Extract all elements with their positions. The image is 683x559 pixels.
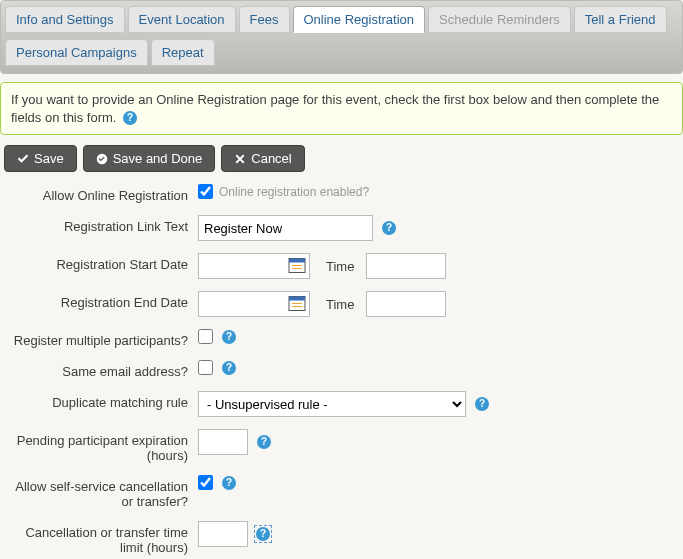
cancel-time-limit-input[interactable] bbox=[198, 521, 248, 547]
help-icon[interactable]: ? bbox=[123, 111, 137, 125]
save-and-done-button-label: Save and Done bbox=[113, 151, 203, 166]
action-buttons-top: Save Save and Done Cancel bbox=[4, 145, 683, 172]
allow-online-hint: Online registration enabled? bbox=[219, 185, 369, 199]
duplicate-rule-select[interactable]: - Unsupervised rule - bbox=[198, 391, 466, 417]
help-icon[interactable]: ? bbox=[222, 330, 236, 344]
help-icon[interactable]: ? bbox=[257, 435, 271, 449]
label-allow-online: Allow Online Registration bbox=[8, 184, 198, 203]
label-same-email: Same email address? bbox=[8, 360, 198, 379]
info-banner: If you want to provide an Online Registr… bbox=[0, 82, 683, 135]
tab-info-and-settings[interactable]: Info and Settings bbox=[5, 6, 125, 33]
save-button[interactable]: Save bbox=[4, 145, 77, 172]
help-icon[interactable]: ? bbox=[382, 221, 396, 235]
pending-expiration-input[interactable] bbox=[198, 429, 248, 455]
check-icon bbox=[17, 153, 29, 165]
cancel-button-label: Cancel bbox=[251, 151, 291, 166]
self-service-checkbox[interactable] bbox=[198, 475, 213, 490]
help-icon[interactable]: ? bbox=[222, 361, 236, 375]
label-dup-rule: Duplicate matching rule bbox=[8, 391, 198, 410]
svg-rect-6 bbox=[289, 297, 305, 301]
label-pending-exp: Pending participant expiration (hours) bbox=[8, 429, 198, 463]
same-email-checkbox[interactable] bbox=[198, 360, 213, 375]
help-icon-focused[interactable]: ? bbox=[254, 525, 272, 543]
registration-start-time-input[interactable] bbox=[366, 253, 446, 279]
calendar-icon[interactable] bbox=[288, 294, 306, 315]
help-icon[interactable]: ? bbox=[475, 397, 489, 411]
label-time-end: Time bbox=[326, 297, 354, 312]
tab-fees[interactable]: Fees bbox=[239, 6, 290, 33]
tab-online-registration[interactable]: Online Registration bbox=[293, 6, 426, 33]
label-multi: Register multiple participants? bbox=[8, 329, 198, 348]
help-icon[interactable]: ? bbox=[222, 476, 236, 490]
tab-personal-campaigns[interactable]: Personal Campaigns bbox=[5, 39, 148, 66]
label-time-start: Time bbox=[326, 259, 354, 274]
tab-schedule-reminders[interactable]: Schedule Reminders bbox=[428, 6, 571, 33]
allow-online-checkbox[interactable] bbox=[198, 184, 213, 199]
label-cancel-limit: Cancellation or transfer time limit (hou… bbox=[8, 521, 198, 555]
register-multiple-checkbox[interactable] bbox=[198, 329, 213, 344]
tab-event-location[interactable]: Event Location bbox=[128, 6, 236, 33]
info-banner-text: If you want to provide an Online Registr… bbox=[11, 92, 659, 125]
label-self-service: Allow self-service cancellation or trans… bbox=[8, 475, 198, 509]
cancel-button[interactable]: Cancel bbox=[221, 145, 304, 172]
tab-bar: Info and Settings Event Location Fees On… bbox=[0, 0, 683, 74]
save-and-done-button[interactable]: Save and Done bbox=[83, 145, 216, 172]
save-button-label: Save bbox=[34, 151, 64, 166]
calendar-icon[interactable] bbox=[288, 256, 306, 277]
tab-tell-a-friend[interactable]: Tell a Friend bbox=[574, 6, 667, 33]
label-reg-start: Registration Start Date bbox=[8, 253, 198, 272]
close-icon bbox=[234, 153, 246, 165]
registration-end-time-input[interactable] bbox=[366, 291, 446, 317]
svg-rect-2 bbox=[289, 259, 305, 263]
label-reg-link-text: Registration Link Text bbox=[8, 215, 198, 234]
registration-link-text-input[interactable] bbox=[198, 215, 373, 241]
label-reg-end: Registration End Date bbox=[8, 291, 198, 310]
check-circle-icon bbox=[96, 153, 108, 165]
tab-repeat[interactable]: Repeat bbox=[151, 39, 215, 66]
online-registration-form: Allow Online Registration Online registr… bbox=[0, 184, 683, 559]
